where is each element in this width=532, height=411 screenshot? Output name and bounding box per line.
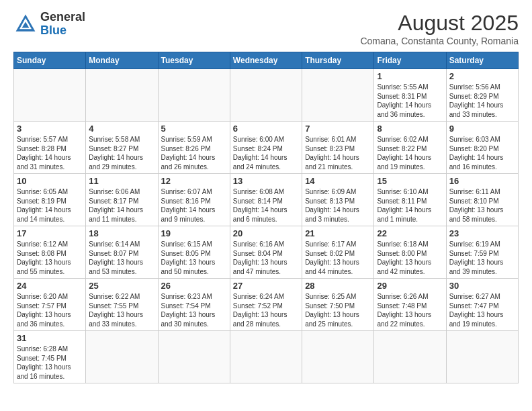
weekday-header-wednesday: Wednesday bbox=[230, 52, 302, 69]
calendar-cell: 19Sunrise: 6:15 AM Sunset: 8:05 PM Dayli… bbox=[158, 226, 230, 279]
week-row-1: 3Sunrise: 5:57 AM Sunset: 8:28 PM Daylig… bbox=[14, 122, 519, 174]
day-info: Sunrise: 5:59 AM Sunset: 8:26 PM Dayligh… bbox=[161, 135, 227, 171]
week-row-2: 10Sunrise: 6:05 AM Sunset: 8:19 PM Dayli… bbox=[14, 174, 519, 226]
day-number: 18 bbox=[89, 228, 154, 238]
day-info: Sunrise: 6:11 AM Sunset: 8:10 PM Dayligh… bbox=[449, 187, 515, 224]
calendar-cell bbox=[158, 331, 230, 383]
calendar-cell: 26Sunrise: 6:23 AM Sunset: 7:54 PM Dayli… bbox=[158, 279, 230, 331]
logo-blue-text: Blue bbox=[40, 24, 66, 37]
weekday-header-thursday: Thursday bbox=[302, 52, 374, 69]
day-number: 17 bbox=[17, 228, 83, 238]
logo-icon bbox=[13, 12, 38, 36]
calendar-cell: 8Sunrise: 6:02 AM Sunset: 8:22 PM Daylig… bbox=[374, 122, 446, 174]
logo-general-text: General bbox=[40, 10, 85, 24]
calendar-cell: 29Sunrise: 6:26 AM Sunset: 7:48 PM Dayli… bbox=[374, 279, 446, 331]
day-info: Sunrise: 6:16 AM Sunset: 8:04 PM Dayligh… bbox=[233, 240, 299, 276]
day-info: Sunrise: 6:09 AM Sunset: 8:13 PM Dayligh… bbox=[305, 187, 371, 224]
day-info: Sunrise: 6:20 AM Sunset: 7:57 PM Dayligh… bbox=[17, 292, 83, 328]
weekday-header-sunday: Sunday bbox=[14, 52, 86, 69]
day-number: 8 bbox=[377, 124, 443, 134]
day-info: Sunrise: 6:01 AM Sunset: 8:23 PM Dayligh… bbox=[305, 135, 371, 171]
calendar-cell bbox=[158, 69, 230, 122]
day-number: 12 bbox=[161, 176, 227, 186]
day-info: Sunrise: 6:26 AM Sunset: 7:48 PM Dayligh… bbox=[377, 292, 443, 328]
day-number: 14 bbox=[305, 176, 371, 186]
week-row-5: 31Sunrise: 6:28 AM Sunset: 7:45 PM Dayli… bbox=[14, 331, 519, 383]
title-block: August 2025 Comana, Constanta County, Ro… bbox=[360, 11, 519, 46]
calendar-cell: 22Sunrise: 6:18 AM Sunset: 8:00 PM Dayli… bbox=[374, 226, 446, 279]
day-number: 20 bbox=[233, 228, 299, 238]
day-info: Sunrise: 6:10 AM Sunset: 8:11 PM Dayligh… bbox=[377, 187, 443, 224]
calendar-cell: 30Sunrise: 6:27 AM Sunset: 7:47 PM Dayli… bbox=[446, 279, 518, 331]
day-info: Sunrise: 6:14 AM Sunset: 8:07 PM Dayligh… bbox=[89, 240, 154, 276]
calendar-cell bbox=[86, 331, 158, 383]
day-number: 22 bbox=[377, 228, 443, 238]
calendar-cell: 11Sunrise: 6:06 AM Sunset: 8:17 PM Dayli… bbox=[86, 174, 158, 226]
day-number: 31 bbox=[17, 333, 83, 343]
calendar-cell: 10Sunrise: 6:05 AM Sunset: 8:19 PM Dayli… bbox=[14, 174, 86, 226]
calendar-cell: 18Sunrise: 6:14 AM Sunset: 8:07 PM Dayli… bbox=[86, 226, 158, 279]
calendar-cell: 23Sunrise: 6:19 AM Sunset: 7:59 PM Dayli… bbox=[446, 226, 518, 279]
day-info: Sunrise: 5:58 AM Sunset: 8:27 PM Dayligh… bbox=[89, 135, 154, 171]
header: General Blue August 2025 Comana, Constan… bbox=[13, 11, 519, 46]
day-info: Sunrise: 6:18 AM Sunset: 8:00 PM Dayligh… bbox=[377, 240, 443, 276]
day-number: 7 bbox=[305, 124, 371, 134]
calendar-cell bbox=[446, 331, 518, 383]
weekday-header-monday: Monday bbox=[86, 52, 158, 69]
day-info: Sunrise: 6:02 AM Sunset: 8:22 PM Dayligh… bbox=[377, 135, 443, 171]
day-info: Sunrise: 6:00 AM Sunset: 8:24 PM Dayligh… bbox=[233, 135, 299, 171]
day-info: Sunrise: 6:28 AM Sunset: 7:45 PM Dayligh… bbox=[17, 345, 83, 381]
calendar-cell: 28Sunrise: 6:25 AM Sunset: 7:50 PM Dayli… bbox=[302, 279, 374, 331]
logo-text: General Blue bbox=[40, 11, 85, 38]
day-number: 25 bbox=[89, 281, 154, 291]
calendar-cell: 16Sunrise: 6:11 AM Sunset: 8:10 PM Dayli… bbox=[446, 174, 518, 226]
calendar-cell: 20Sunrise: 6:16 AM Sunset: 8:04 PM Dayli… bbox=[230, 226, 302, 279]
page: General Blue August 2025 Comana, Constan… bbox=[0, 0, 532, 390]
day-info: Sunrise: 6:06 AM Sunset: 8:17 PM Dayligh… bbox=[89, 187, 154, 224]
day-info: Sunrise: 6:17 AM Sunset: 8:02 PM Dayligh… bbox=[305, 240, 371, 276]
calendar-cell bbox=[374, 331, 446, 383]
calendar-cell bbox=[230, 69, 302, 122]
day-info: Sunrise: 6:23 AM Sunset: 7:54 PM Dayligh… bbox=[161, 292, 227, 328]
calendar-cell: 27Sunrise: 6:24 AM Sunset: 7:52 PM Dayli… bbox=[230, 279, 302, 331]
day-number: 6 bbox=[233, 124, 299, 134]
month-year: August 2025 bbox=[360, 11, 519, 36]
calendar-cell: 25Sunrise: 6:22 AM Sunset: 7:55 PM Dayli… bbox=[86, 279, 158, 331]
calendar-cell: 5Sunrise: 5:59 AM Sunset: 8:26 PM Daylig… bbox=[158, 122, 230, 174]
calendar-cell: 14Sunrise: 6:09 AM Sunset: 8:13 PM Dayli… bbox=[302, 174, 374, 226]
calendar-cell: 4Sunrise: 5:58 AM Sunset: 8:27 PM Daylig… bbox=[86, 122, 158, 174]
calendar-cell: 9Sunrise: 6:03 AM Sunset: 8:20 PM Daylig… bbox=[446, 122, 518, 174]
day-number: 13 bbox=[233, 176, 299, 186]
day-number: 21 bbox=[305, 228, 371, 238]
day-info: Sunrise: 6:22 AM Sunset: 7:55 PM Dayligh… bbox=[89, 292, 154, 328]
calendar-cell: 24Sunrise: 6:20 AM Sunset: 7:57 PM Dayli… bbox=[14, 279, 86, 331]
day-info: Sunrise: 6:27 AM Sunset: 7:47 PM Dayligh… bbox=[449, 292, 515, 328]
calendar-cell: 2Sunrise: 5:56 AM Sunset: 8:29 PM Daylig… bbox=[446, 69, 518, 122]
day-number: 28 bbox=[305, 281, 371, 291]
calendar-cell bbox=[230, 331, 302, 383]
weekday-header-friday: Friday bbox=[374, 52, 446, 69]
day-number: 27 bbox=[233, 281, 299, 291]
day-number: 26 bbox=[161, 281, 227, 291]
calendar-cell bbox=[86, 69, 158, 122]
calendar-cell bbox=[302, 69, 374, 122]
day-number: 11 bbox=[89, 176, 154, 186]
week-row-4: 24Sunrise: 6:20 AM Sunset: 7:57 PM Dayli… bbox=[14, 279, 519, 331]
weekday-header-tuesday: Tuesday bbox=[158, 52, 230, 69]
calendar-cell: 3Sunrise: 5:57 AM Sunset: 8:28 PM Daylig… bbox=[14, 122, 86, 174]
weekday-header-row: SundayMondayTuesdayWednesdayThursdayFrid… bbox=[14, 52, 519, 69]
day-info: Sunrise: 6:12 AM Sunset: 8:08 PM Dayligh… bbox=[17, 240, 83, 276]
day-number: 23 bbox=[449, 228, 515, 238]
week-row-0: 1Sunrise: 5:55 AM Sunset: 8:31 PM Daylig… bbox=[14, 69, 519, 122]
day-info: Sunrise: 5:57 AM Sunset: 8:28 PM Dayligh… bbox=[17, 135, 83, 171]
day-number: 5 bbox=[161, 124, 227, 134]
day-info: Sunrise: 6:07 AM Sunset: 8:16 PM Dayligh… bbox=[161, 187, 227, 224]
calendar-cell bbox=[302, 331, 374, 383]
day-info: Sunrise: 6:03 AM Sunset: 8:20 PM Dayligh… bbox=[449, 135, 515, 171]
location: Comana, Constanta County, Romania bbox=[360, 36, 519, 46]
day-info: Sunrise: 6:05 AM Sunset: 8:19 PM Dayligh… bbox=[17, 187, 83, 224]
day-info: Sunrise: 5:55 AM Sunset: 8:31 PM Dayligh… bbox=[377, 83, 443, 119]
day-number: 15 bbox=[377, 176, 443, 186]
day-info: Sunrise: 6:08 AM Sunset: 8:14 PM Dayligh… bbox=[233, 187, 299, 224]
day-number: 24 bbox=[17, 281, 83, 291]
